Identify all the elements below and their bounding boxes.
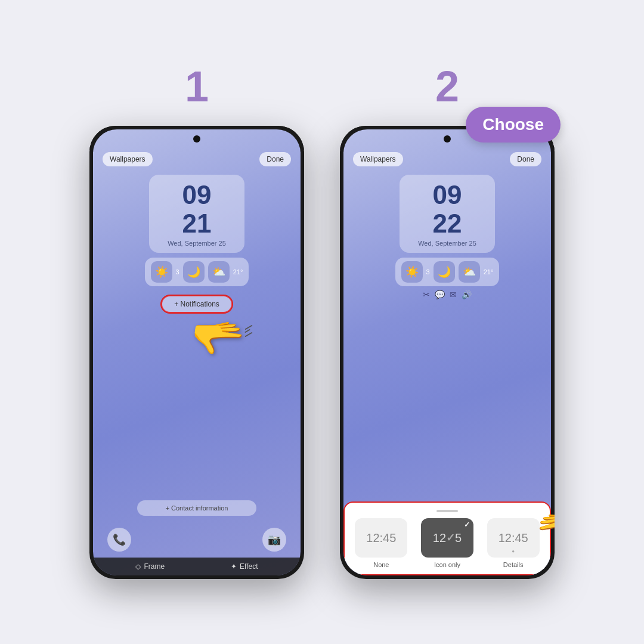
phone-2: Wallpapers Done 09 22 Wed, September 25 … — [340, 126, 555, 579]
status-icon-speaker: 🔊 — [462, 290, 472, 299]
phone-1-bottom-icons: 📞 📷 — [93, 522, 301, 558]
done-button-2[interactable]: Done — [510, 152, 541, 166]
phone-1-topbar: Wallpapers Done — [93, 148, 301, 170]
wallpapers-button-2[interactable]: Wallpapers — [353, 152, 403, 166]
step-1-number: 1 — [185, 65, 209, 108]
weather-temp-1: 21° — [233, 268, 243, 275]
status-icon-mail: ✉ — [450, 290, 457, 299]
clock-date-2: Wed, September 25 — [411, 240, 483, 247]
panel-option-icon-only-label: Icon only — [434, 561, 460, 568]
notifications-button-red-outline — [160, 295, 233, 314]
hand-cursor-1: 🫳 — [191, 312, 245, 363]
camera-icon-1: 📷 — [262, 528, 286, 552]
step-2-number: 2 — [435, 65, 459, 108]
panel-options: 12:45 None 12 ✓ 5 Icon only — [351, 518, 544, 568]
weather-temp-2: 21° — [484, 268, 494, 275]
phone-1-notch — [93, 129, 301, 148]
clock-date-1: Wed, September 25 — [161, 240, 233, 247]
panel-option-details-time: 12:45 — [499, 531, 528, 545]
effect-button-1[interactable]: ✦ Effect — [231, 562, 258, 571]
weather-cloud-icon-1: ⛅ — [208, 261, 230, 283]
panel-option-details-label: Details — [503, 561, 524, 568]
details-dot-icon: ● — [512, 549, 515, 554]
clock-hour-2: 09 — [411, 181, 483, 209]
done-button-1[interactable]: Done — [259, 152, 291, 166]
panel-handle — [436, 510, 458, 512]
frame-button-1[interactable]: ◇ Frame — [135, 562, 165, 571]
phone-2-topbar: Wallpapers Done — [343, 148, 551, 170]
phone-1: Wallpapers Done 09 21 Wed, September 25 … — [89, 126, 304, 579]
panel-option-none-box: 12:45 — [355, 518, 407, 558]
weather-bar-2: ☀️ 3 🌙 ⛅ 21° — [395, 258, 500, 286]
weather-count-1: 3 — [176, 268, 179, 275]
weather-cloud-icon-2: ⛅ — [459, 261, 480, 283]
weather-sun-icon-1: ☀️ — [151, 261, 172, 283]
phone-icon-1: 📞 — [107, 528, 131, 552]
weather-moon-icon-2: 🌙 — [434, 261, 455, 283]
panel-option-icon-only-time: 12 — [433, 531, 446, 545]
panel-option-none-label: None — [373, 561, 389, 568]
frame-diamond-icon: ◇ — [135, 562, 141, 571]
wallpapers-button-1[interactable]: Wallpapers — [103, 152, 153, 166]
weather-count-2: 3 — [426, 268, 430, 275]
phone-1-spacer — [93, 384, 301, 500]
status-icon-chat: 💬 — [435, 290, 445, 299]
contact-info-button-1[interactable]: + Contact information — [137, 500, 256, 516]
notification-panel: 12:45 None 12 ✓ 5 Icon only — [343, 501, 551, 575]
phone-2-inner: Wallpapers Done 09 22 Wed, September 25 … — [343, 129, 551, 575]
status-icon-scissors: ✂ — [423, 290, 430, 299]
panel-option-none-time: 12:45 — [366, 531, 396, 545]
step-2-section: 2 Choose Wallpapers Done 09 22 Wed, Sept… — [340, 65, 555, 579]
notifications-button-1[interactable]: + Notifications — [162, 296, 232, 312]
panel-option-none[interactable]: 12:45 None — [351, 518, 412, 568]
frame-effect-bar-1: ◇ Frame ✦ Effect — [93, 558, 301, 575]
clock-widget-2: 09 22 Wed, September 25 — [400, 175, 495, 253]
clock-widget-1: 09 21 Wed, September 25 — [149, 175, 244, 253]
clock-minute-1: 21 — [161, 209, 233, 238]
vibration-lines-1 — [244, 324, 253, 338]
effect-icon: ✦ — [231, 562, 237, 571]
panel-option-icon-only-time2: 5 — [455, 531, 462, 545]
clock-minute-2: 22 — [411, 209, 483, 238]
phone-1-camera — [193, 135, 200, 143]
check-icon: ✓ — [446, 531, 455, 544]
panel-option-icon-only-box: 12 ✓ 5 — [421, 518, 473, 558]
phone-2-camera — [444, 135, 451, 143]
weather-bar-1: ☀️ 3 🌙 ⛅ 21° — [145, 258, 249, 286]
page-container: 1 Wallpapers Done 09 21 Wed, September 2… — [0, 0, 644, 644]
phone-1-inner: Wallpapers Done 09 21 Wed, September 25 … — [93, 129, 301, 575]
clock-hour-1: 09 — [161, 181, 233, 209]
weather-sun-icon-2: ☀️ — [401, 261, 423, 283]
status-icons-row-2: ✂ 💬 ✉ 🔊 — [343, 290, 551, 299]
panel-option-icon-only[interactable]: 12 ✓ 5 Icon only — [417, 518, 478, 568]
panel-option-details-box: 12:45 ● — [487, 518, 540, 558]
weather-moon-icon-1: 🌙 — [183, 261, 205, 283]
step-1-section: 1 Wallpapers Done 09 21 Wed, September 2… — [89, 65, 304, 579]
panel-option-details[interactable]: 12:45 ● Details — [482, 518, 544, 568]
choose-badge: Choose — [466, 107, 561, 143]
